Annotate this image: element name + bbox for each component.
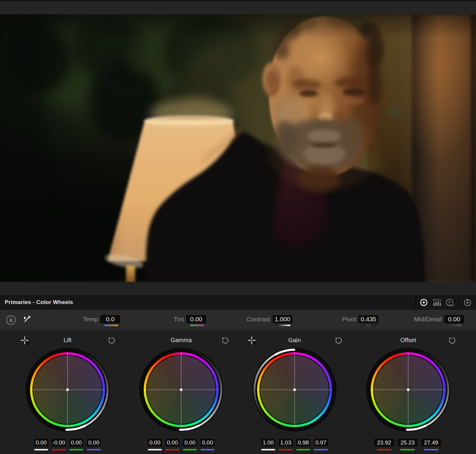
svg-text:A: A: [9, 317, 13, 323]
svg-text:LOG: LOG: [449, 304, 454, 307]
